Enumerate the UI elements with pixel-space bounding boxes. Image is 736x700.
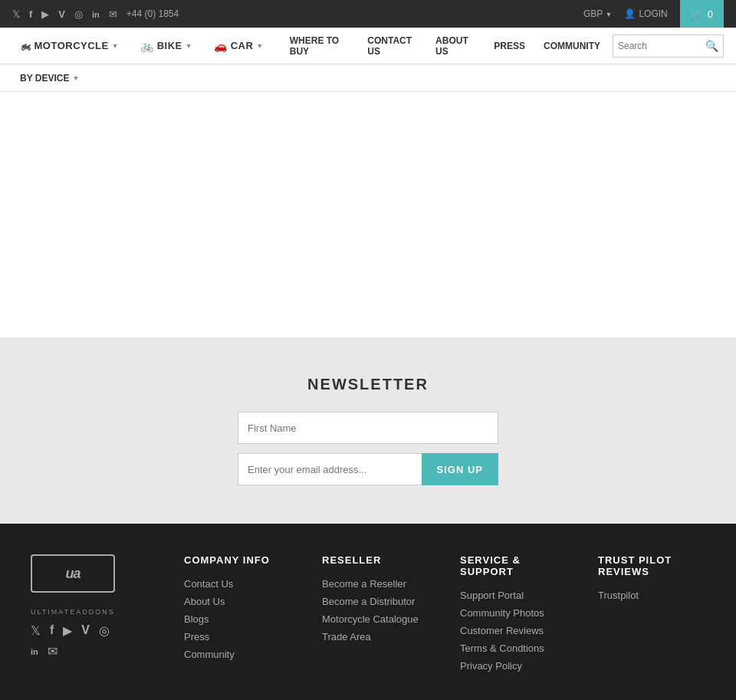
currency-selector[interactable]: GBP ▼ xyxy=(583,8,612,19)
twitter-icon[interactable] xyxy=(12,8,20,20)
cart-icon: 🛒 xyxy=(691,8,703,20)
nav-bike[interactable]: 🚲 BIKE ▼ xyxy=(133,28,200,64)
newsletter-firstname-input[interactable] xyxy=(238,412,498,444)
footer-linkedin-icon[interactable] xyxy=(31,644,38,659)
chevron-down-icon: ▼ xyxy=(72,74,79,82)
footer-company-info: COMPANY INFO Contact Us About Us Blogs P… xyxy=(184,554,291,678)
newsletter-title: NEWSLETTER xyxy=(307,376,429,393)
footer-link-about[interactable]: About Us xyxy=(184,596,291,607)
footer-link-contact[interactable]: Contact Us xyxy=(184,578,291,590)
newsletter-section: NEWSLETTER SIGN UP xyxy=(0,337,736,524)
footer-link-press[interactable]: Press xyxy=(184,631,291,642)
footer-link-community-photos[interactable]: Community Photos xyxy=(460,607,567,619)
nav-where-to-buy[interactable]: WHERE TO BUY xyxy=(284,28,356,64)
footer-facebook-icon[interactable] xyxy=(50,623,54,638)
footer-service-title: SERVICE & SUPPORT xyxy=(460,554,567,577)
newsletter-email-input[interactable] xyxy=(238,453,422,485)
footer-brand-name: ULTIMATEADDONS xyxy=(31,608,153,616)
footer-social-row-2 xyxy=(31,644,153,659)
login-button[interactable]: 👤 LOGIN xyxy=(624,8,667,19)
vimeo-icon[interactable] xyxy=(58,8,65,20)
footer-trustpilot: TRUST PILOT REVIEWS Trustpilot xyxy=(598,554,705,678)
email-icon[interactable] xyxy=(109,8,117,20)
footer-logo: ua xyxy=(31,554,115,593)
footer: ua ULTIMATEADDONS COMPANY INFO Contact U… xyxy=(0,524,736,700)
footer-link-become-reseller[interactable]: Become a Reseller xyxy=(322,578,429,590)
second-nav: BY DEVICE ▼ xyxy=(0,64,736,92)
nav-community[interactable]: COMMUNITY xyxy=(537,28,606,64)
footer-social-row xyxy=(31,623,153,638)
footer-link-trade[interactable]: Trade Area xyxy=(322,631,429,642)
footer-reseller-title: RESELLER xyxy=(322,554,429,566)
search-input[interactable] xyxy=(618,41,702,51)
footer-trustpilot-title: TRUST PILOT REVIEWS xyxy=(598,554,705,577)
footer-company-title: COMPANY INFO xyxy=(184,554,291,566)
footer-twitter-icon[interactable] xyxy=(31,623,41,638)
main-content xyxy=(0,92,736,337)
newsletter-form: SIGN UP xyxy=(238,412,498,485)
youtube-icon[interactable] xyxy=(41,8,49,20)
chevron-down-icon: ▼ xyxy=(256,42,263,50)
footer-link-catalogue[interactable]: Motorcycle Catalogue xyxy=(322,613,429,625)
footer-link-privacy[interactable]: Privacy Policy xyxy=(460,660,567,672)
chevron-down-icon: ▼ xyxy=(112,42,119,50)
footer-instagram-icon[interactable] xyxy=(99,623,110,638)
nav-by-device[interactable]: BY DEVICE ▼ xyxy=(12,64,87,92)
newsletter-email-row: SIGN UP xyxy=(238,453,498,485)
footer-top: ua ULTIMATEADDONS COMPANY INFO Contact U… xyxy=(31,554,705,700)
footer-link-become-distributor[interactable]: Become a Distributor xyxy=(322,596,429,607)
nav-motorcycle[interactable]: 🏍 MOTORCYCLE ▼ xyxy=(12,28,127,64)
search-box[interactable]: 🔍 xyxy=(613,35,724,58)
footer-link-blogs[interactable]: Blogs xyxy=(184,613,291,625)
nav-about-us[interactable]: ABOUT US xyxy=(429,28,481,64)
footer-vimeo-icon[interactable] xyxy=(81,623,90,638)
newsletter-signup-button[interactable]: SIGN UP xyxy=(422,453,498,485)
car-icon: 🚗 xyxy=(214,40,228,52)
logo-text: ua xyxy=(65,566,80,582)
phone-number: +44 (0) 1854 xyxy=(127,8,179,19)
nav-car[interactable]: 🚗 CAR ▼ xyxy=(206,28,271,64)
footer-link-community[interactable]: Community xyxy=(184,649,291,660)
footer-link-terms[interactable]: Terms & Condtions xyxy=(460,642,567,654)
facebook-icon[interactable] xyxy=(29,8,32,20)
nav-contact-us[interactable]: CONTACT US xyxy=(361,28,423,64)
motorcycle-icon: 🏍 xyxy=(20,40,31,52)
footer-email-icon[interactable] xyxy=(48,644,58,659)
footer-youtube-icon[interactable] xyxy=(63,623,72,638)
footer-link-reviews[interactable]: Customer Reviews xyxy=(460,625,567,636)
nav-press[interactable]: PRESS xyxy=(488,28,531,64)
footer-link-support[interactable]: Support Portal xyxy=(460,590,567,601)
top-bar-right: GBP ▼ 👤 LOGIN 🛒 0 xyxy=(583,0,724,28)
linkedin-icon[interactable] xyxy=(92,8,100,20)
search-button[interactable]: 🔍 xyxy=(705,40,718,52)
footer-link-trustpilot[interactable]: Trustpilot xyxy=(598,590,705,601)
instagram-icon[interactable] xyxy=(74,8,83,20)
top-bar-social: +44 (0) 1854 xyxy=(12,8,179,20)
chevron-down-icon: ▼ xyxy=(186,42,192,50)
bike-icon: 🚲 xyxy=(140,40,154,52)
footer-service: SERVICE & SUPPORT Support Portal Communi… xyxy=(460,554,567,678)
footer-reseller: RESELLER Become a Reseller Become a Dist… xyxy=(322,554,429,678)
nav-right-items: WHERE TO BUY CONTACT US ABOUT US PRESS C… xyxy=(284,28,724,64)
cart-button[interactable]: 🛒 0 xyxy=(680,0,724,28)
main-nav: 🏍 MOTORCYCLE ▼ 🚲 BIKE ▼ 🚗 CAR ▼ WHERE TO… xyxy=(0,28,736,64)
footer-logo-col: ua ULTIMATEADDONS xyxy=(31,554,153,678)
top-bar: +44 (0) 1854 GBP ▼ 👤 LOGIN 🛒 0 xyxy=(0,0,736,28)
